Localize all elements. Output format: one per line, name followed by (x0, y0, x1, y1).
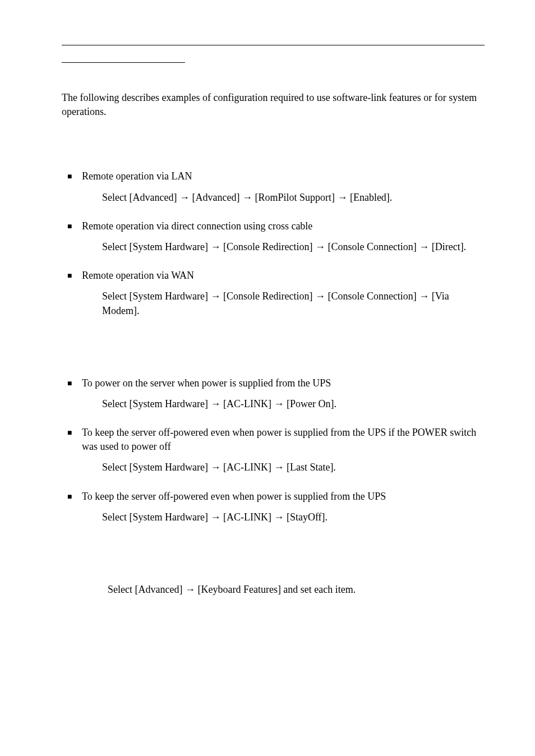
list-item-content: To keep the server off-powered even when… (82, 490, 485, 532)
bullet-icon: ■ (62, 169, 82, 212)
list-item-sub: Select [System Hardware] → [AC-LINK] → [… (82, 397, 485, 411)
list-item-content: Remote operation via LAN Select [Advance… (82, 169, 485, 212)
list-item-lead: Remote operation via LAN (82, 169, 485, 183)
list-item-lead: To keep the server off-powered even when… (82, 426, 485, 454)
list-item-content: Remote operation via WAN Select [System … (82, 269, 485, 326)
list-item-lead: To power on the server when power is sup… (82, 376, 485, 390)
intro-paragraph: The following describes examples of conf… (62, 91, 485, 119)
section-2-list: ■ To power on the server when power is s… (62, 376, 485, 532)
list-item: ■ To keep the server off-powered even wh… (62, 426, 485, 483)
list-item-sub: Select [System Hardware] → [AC-LINK] → [… (82, 460, 485, 474)
list-item-sub: Select [Advanced] → [Advanced] → [RomPil… (82, 191, 485, 205)
page-container: The following describes examples of conf… (0, 0, 535, 642)
list-item-sub: Select [System Hardware] → [Console Redi… (82, 240, 485, 254)
bullet-icon: ■ (62, 426, 82, 483)
list-item-lead: Remote operation via WAN (82, 269, 485, 283)
section-1-list: ■ Remote operation via LAN Select [Advan… (62, 169, 485, 325)
list-item-content: Remote operation via direct connection u… (82, 219, 485, 262)
short-rule (62, 62, 185, 63)
list-item-content: To keep the server off-powered even when… (82, 426, 485, 483)
list-item-sub: Select [System Hardware] → [AC-LINK] → [… (82, 510, 485, 524)
bullet-icon: ■ (62, 376, 82, 419)
bullet-icon: ■ (62, 269, 82, 326)
list-item: ■ Remote operation via WAN Select [Syste… (62, 269, 485, 326)
list-item-lead: To keep the server off-powered even when… (82, 490, 485, 504)
bullet-icon: ■ (62, 219, 82, 262)
bullet-icon: ■ (62, 490, 82, 532)
list-item: ■ To power on the server when power is s… (62, 376, 485, 419)
top-rule (62, 45, 485, 45)
list-item-sub: Select [System Hardware] → [Console Redi… (82, 289, 485, 317)
list-item-content: To power on the server when power is sup… (82, 376, 485, 419)
list-item-lead: Remote operation via direct connection u… (82, 219, 485, 233)
list-item: ■ Remote operation via direct connection… (62, 219, 485, 262)
list-item: ■ Remote operation via LAN Select [Advan… (62, 169, 485, 212)
section-3-sub: Select [Advanced] → [Keyboard Features] … (62, 583, 485, 597)
list-item: ■ To keep the server off-powered even wh… (62, 490, 485, 532)
